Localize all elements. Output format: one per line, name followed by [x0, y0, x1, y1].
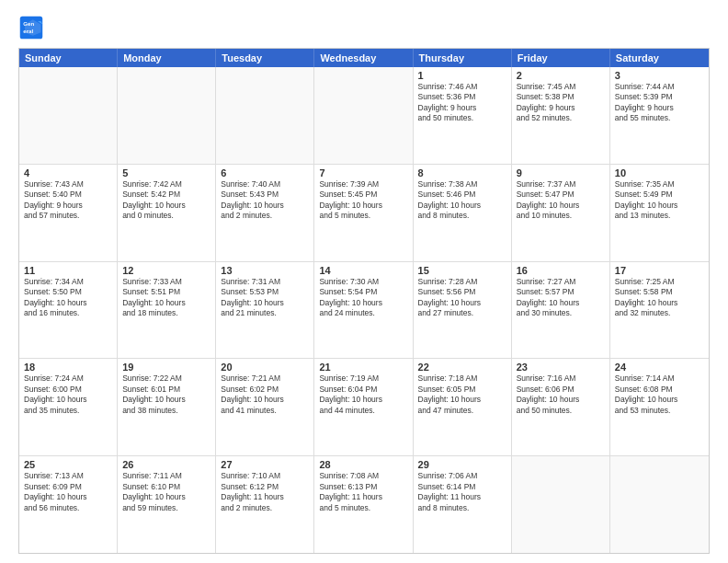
cell-info-line: and 35 minutes.: [24, 406, 112, 416]
cell-info-line: and 8 minutes.: [418, 211, 506, 221]
cal-header-tuesday: Tuesday: [216, 49, 314, 67]
logo: Gen eral: [18, 15, 48, 40]
cell-info-line: and 59 minutes.: [122, 503, 210, 513]
cell-info-line: Sunset: 6:00 PM: [24, 385, 112, 395]
empty-cell: [19, 67, 118, 164]
cell-info-line: Sunrise: 7:43 AM: [24, 179, 112, 190]
cell-info-line: Sunrise: 7:42 AM: [122, 179, 210, 190]
cell-info-line: Sunset: 5:42 PM: [122, 190, 210, 200]
calendar-week-5: 25Sunrise: 7:13 AMSunset: 6:09 PMDayligh…: [19, 456, 709, 553]
cal-header-monday: Monday: [118, 49, 216, 67]
cell-info-line: Sunrise: 7:38 AM: [418, 179, 506, 190]
cell-info-line: and 53 minutes.: [615, 406, 704, 416]
empty-cell: [118, 67, 216, 164]
cell-info-line: Sunset: 5:46 PM: [418, 190, 506, 200]
cell-info-line: Sunset: 6:05 PM: [418, 385, 506, 395]
cell-info-line: Sunrise: 7:45 AM: [517, 82, 605, 92]
day-number: 21: [319, 362, 407, 373]
cell-info-line: Daylight: 10 hours: [122, 395, 210, 405]
day-number: 4: [24, 167, 112, 178]
cell-info-line: Sunrise: 7:06 AM: [418, 471, 506, 481]
day-cell-3: 3Sunrise: 7:44 AMSunset: 5:39 PMDaylight…: [610, 67, 709, 164]
cell-info-line: Daylight: 10 hours: [615, 298, 704, 308]
day-number: 3: [615, 70, 704, 81]
cell-info-line: Sunset: 5:56 PM: [418, 287, 506, 297]
cal-header-thursday: Thursday: [414, 49, 512, 67]
day-cell-2: 2Sunrise: 7:45 AMSunset: 5:38 PMDaylight…: [512, 67, 610, 164]
cell-info-line: Sunrise: 7:30 AM: [319, 277, 407, 287]
cell-info-line: Sunrise: 7:11 AM: [122, 471, 210, 481]
cell-info-line: Daylight: 10 hours: [221, 395, 309, 405]
day-number: 7: [319, 167, 407, 178]
cell-info-line: Sunrise: 7:40 AM: [221, 179, 309, 190]
cell-info-line: Sunrise: 7:14 AM: [615, 373, 704, 384]
cell-info-line: and 47 minutes.: [418, 406, 506, 416]
empty-cell: [610, 456, 709, 553]
cell-info-line: Sunset: 6:02 PM: [221, 385, 309, 395]
day-cell-21: 21Sunrise: 7:19 AMSunset: 6:04 PMDayligh…: [314, 359, 413, 455]
cell-info-line: Sunrise: 7:35 AM: [615, 179, 704, 190]
day-cell-19: 19Sunrise: 7:22 AMSunset: 6:01 PMDayligh…: [118, 359, 216, 455]
cell-info-line: Sunrise: 7:46 AM: [418, 82, 506, 92]
cell-info-line: Daylight: 10 hours: [319, 395, 407, 405]
cell-info-line: Sunrise: 7:27 AM: [517, 277, 605, 287]
day-number: 24: [615, 362, 704, 373]
cell-info-line: Sunrise: 7:34 AM: [24, 277, 112, 287]
day-cell-6: 6Sunrise: 7:40 AMSunset: 5:43 PMDaylight…: [216, 165, 314, 261]
cell-info-line: and 13 minutes.: [615, 211, 704, 221]
cell-info-line: Sunrise: 7:37 AM: [517, 179, 605, 190]
cell-info-line: and 27 minutes.: [418, 308, 506, 318]
day-number: 9: [517, 167, 605, 178]
cell-info-line: Daylight: 11 hours: [319, 492, 407, 502]
day-cell-28: 28Sunrise: 7:08 AMSunset: 6:13 PMDayligh…: [314, 456, 413, 553]
cell-info-line: Sunrise: 7:28 AM: [418, 277, 506, 287]
cell-info-line: Sunrise: 7:22 AM: [122, 373, 210, 384]
day-cell-10: 10Sunrise: 7:35 AMSunset: 5:49 PMDayligh…: [610, 165, 709, 261]
cell-info-line: Sunrise: 7:08 AM: [319, 471, 407, 481]
cell-info-line: Daylight: 10 hours: [24, 395, 112, 405]
cell-info-line: Sunset: 5:49 PM: [615, 190, 704, 200]
cell-info-line: Sunset: 6:14 PM: [418, 482, 506, 492]
day-number: 15: [418, 265, 506, 276]
cell-info-line: and 0 minutes.: [122, 211, 210, 221]
cell-info-line: Daylight: 10 hours: [24, 298, 112, 308]
day-number: 27: [221, 459, 309, 470]
cell-info-line: and 55 minutes.: [615, 113, 704, 123]
cell-info-line: Sunset: 5:39 PM: [615, 92, 704, 102]
day-cell-16: 16Sunrise: 7:27 AMSunset: 5:57 PMDayligh…: [512, 262, 610, 359]
cell-info-line: Sunrise: 7:33 AM: [122, 277, 210, 287]
cell-info-line: Daylight: 9 hours: [24, 201, 112, 211]
cell-info-line: Sunset: 5:58 PM: [615, 287, 704, 297]
cell-info-line: Sunrise: 7:16 AM: [517, 373, 605, 384]
logo-icon: Gen eral: [18, 15, 44, 40]
cell-info-line: Daylight: 10 hours: [517, 395, 605, 405]
cell-info-line: Sunset: 6:04 PM: [319, 385, 407, 395]
day-cell-23: 23Sunrise: 7:16 AMSunset: 6:06 PMDayligh…: [512, 359, 610, 455]
cell-info-line: Sunset: 5:53 PM: [221, 287, 309, 297]
cell-info-line: Sunrise: 7:31 AM: [221, 277, 309, 287]
day-cell-22: 22Sunrise: 7:18 AMSunset: 6:05 PMDayligh…: [414, 359, 512, 455]
cell-info-line: Daylight: 10 hours: [517, 298, 605, 308]
day-cell-4: 4Sunrise: 7:43 AMSunset: 5:40 PMDaylight…: [19, 165, 118, 261]
day-cell-17: 17Sunrise: 7:25 AMSunset: 5:58 PMDayligh…: [610, 262, 709, 359]
calendar-header: SundayMondayTuesdayWednesdayThursdayFrid…: [19, 49, 709, 67]
cell-info-line: and 24 minutes.: [319, 308, 407, 318]
cell-info-line: Daylight: 10 hours: [24, 492, 112, 502]
calendar: SundayMondayTuesdayWednesdayThursdayFrid…: [18, 48, 710, 554]
cell-info-line: and 41 minutes.: [221, 406, 309, 416]
svg-text:Gen: Gen: [23, 20, 34, 27]
cell-info-line: Sunset: 6:13 PM: [319, 482, 407, 492]
calendar-week-3: 11Sunrise: 7:34 AMSunset: 5:50 PMDayligh…: [19, 262, 709, 360]
empty-cell: [314, 67, 413, 164]
cell-info-line: Sunset: 6:06 PM: [517, 385, 605, 395]
cell-info-line: Sunrise: 7:18 AM: [418, 373, 506, 384]
cell-info-line: and 56 minutes.: [24, 503, 112, 513]
cell-info-line: Daylight: 10 hours: [122, 492, 210, 502]
cell-info-line: Daylight: 10 hours: [615, 201, 704, 211]
cell-info-line: and 21 minutes.: [221, 308, 309, 318]
cell-info-line: Sunrise: 7:13 AM: [24, 471, 112, 481]
day-cell-5: 5Sunrise: 7:42 AMSunset: 5:42 PMDaylight…: [118, 165, 216, 261]
cell-info-line: Sunset: 5:40 PM: [24, 190, 112, 200]
day-number: 16: [517, 265, 605, 276]
cal-header-friday: Friday: [512, 49, 610, 67]
